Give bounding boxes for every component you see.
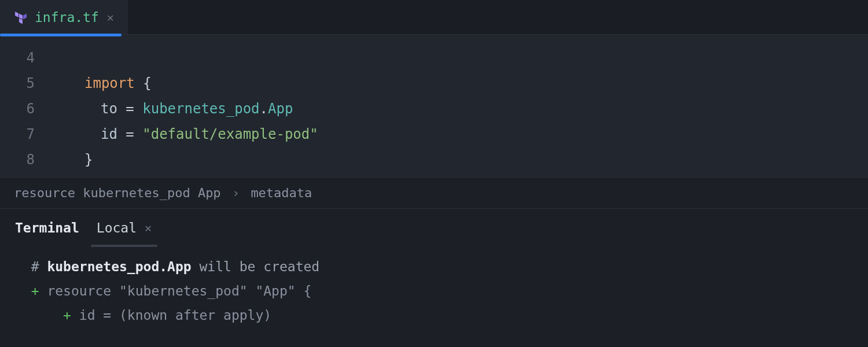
code-content: id = "default/example-pod" (52, 121, 318, 147)
line-number: 8 (0, 147, 52, 172)
code-line[interactable]: 5import { (0, 71, 868, 96)
terminal-line: + resource "kubernetes_pod" "App" { (15, 279, 853, 303)
terminal-line: + id = (known after apply) (15, 303, 853, 327)
terraform-icon (15, 10, 28, 24)
panel-tab-label: Terminal (15, 220, 79, 235)
svg-marker-0 (15, 12, 19, 17)
code-content: to = kubernetes_pod.App (52, 96, 293, 121)
code-editor[interactable]: 45import {6to = kubernetes_pod.App7id = … (0, 35, 868, 177)
code-content: } (52, 147, 93, 172)
panel-tab-terminal[interactable]: Terminal (15, 209, 79, 246)
breadcrumb[interactable]: resource kubernetes_pod App › metadata (0, 177, 868, 208)
tab-infra-tf[interactable]: infra.tf ✕ (0, 0, 128, 34)
panel-tab-label: Local (97, 220, 137, 235)
chevron-right-icon: › (232, 186, 240, 200)
svg-marker-2 (23, 13, 27, 19)
tab-filename: infra.tf (35, 10, 99, 25)
code-line[interactable]: 6to = kubernetes_pod.App (0, 96, 868, 121)
code-line[interactable]: 7id = "default/example-pod" (0, 121, 868, 147)
line-number: 5 (0, 71, 52, 96)
close-icon[interactable]: ✕ (106, 10, 115, 24)
breadcrumb-segment[interactable]: metadata (251, 186, 312, 200)
panel-tabbar: Terminal Local ✕ (0, 208, 868, 246)
line-number: 7 (0, 121, 52, 147)
line-number: 4 (0, 45, 52, 71)
terminal-line: # kubernetes_pod.App will be created (15, 254, 853, 279)
panel-tab-local[interactable]: Local ✕ (97, 209, 152, 246)
breadcrumb-segment[interactable]: resource kubernetes_pod App (14, 186, 221, 200)
code-line[interactable]: 8} (0, 147, 868, 172)
close-icon[interactable]: ✕ (145, 221, 152, 235)
tab-active-indicator (0, 34, 122, 36)
code-line[interactable]: 4 (0, 45, 868, 71)
panel-tab-underline (91, 245, 157, 247)
code-content: import { (52, 71, 152, 96)
editor-tabbar: infra.tf ✕ (0, 0, 868, 35)
line-number: 6 (0, 96, 52, 121)
terminal-output[interactable]: # kubernetes_pod.App will be created + r… (0, 246, 868, 339)
